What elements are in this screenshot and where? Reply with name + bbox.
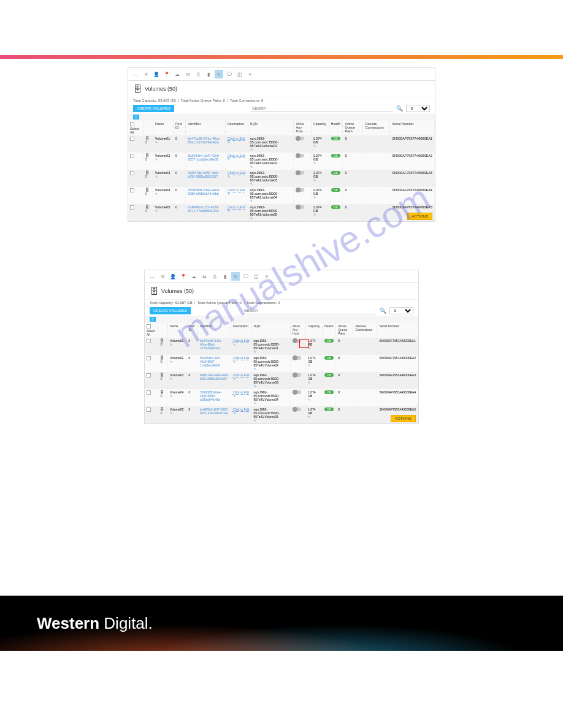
- col-description[interactable]: Description: [231, 323, 251, 338]
- edit-icon[interactable]: ✎: [155, 157, 158, 161]
- user-icon[interactable]: 👤: [152, 70, 161, 78]
- tools-icon[interactable]: ✕: [142, 70, 150, 78]
- table-row[interactable]: 🗄 ≡Volume01 ✎0bb47bc96-941c-40ce-88a1-22…: [145, 338, 418, 355]
- cell-description[interactable]: Click to Edit: [228, 154, 245, 157]
- cell-description[interactable]: Click to Edit: [228, 205, 245, 209]
- menu-icon[interactable]: ≡: [262, 272, 271, 281]
- row-checkbox[interactable]: [130, 205, 134, 210]
- cell-description[interactable]: Click to Edit: [228, 137, 245, 140]
- col-remote[interactable]: Remote Connections: [363, 121, 390, 135]
- table-row[interactable]: 🗄 ≡Volume03 ✎099f8178e-9480-4e9f-bf09-26…: [145, 372, 418, 389]
- col-queue[interactable]: Active Queue Pairs: [343, 121, 363, 135]
- col-pool[interactable]: Pool ID: [186, 323, 197, 338]
- edit-icon[interactable]: ✎: [170, 377, 172, 381]
- col-remote[interactable]: Remote Connections: [353, 323, 377, 338]
- edit-icon[interactable]: ✎: [233, 377, 236, 381]
- folder-icon[interactable]: ▮: [221, 272, 229, 281]
- table-row[interactable]: 🗄 ≡Volume03 ✎099f8178e-9480-4e9f-bf09-26…: [128, 170, 435, 187]
- edit-icon[interactable]: ✎: [254, 419, 256, 422]
- edit-icon[interactable]: ✎: [228, 140, 230, 144]
- allow-host-toggle[interactable]: [296, 137, 304, 140]
- col-identifier[interactable]: Identifier: [186, 121, 226, 135]
- network-icon[interactable]: ◫: [252, 272, 261, 281]
- edit-icon[interactable]: ✎: [250, 182, 253, 186]
- create-volumes-button[interactable]: CREATE VOLUMES: [150, 307, 191, 314]
- allow-host-toggle[interactable]: [296, 205, 304, 209]
- edit-icon[interactable]: ✎: [233, 343, 236, 346]
- cell-description[interactable]: Click to Edit: [228, 188, 245, 192]
- cell-identifier[interactable]: 5568083f-20ee-4e09-9080-b080e644d4bb: [188, 188, 220, 195]
- col-nqn[interactable]: NQN: [251, 323, 290, 338]
- cell-identifier[interactable]: 5568083f-20ee-4e09-9080-b080e644d4bb: [200, 390, 221, 401]
- print-icon[interactable]: ⎙: [194, 70, 202, 78]
- search-icon[interactable]: 🔍: [396, 105, 403, 112]
- edit-icon[interactable]: ✎: [250, 199, 253, 203]
- edit-icon[interactable]: ✎: [228, 192, 230, 195]
- create-volumes-button[interactable]: CREATE VOLUMES: [133, 105, 174, 112]
- allow-host-toggle[interactable]: [293, 373, 301, 377]
- table-row[interactable]: 🗄 ≡Volume05 ✎0bc4f69b3-1f37-4320-9071-47…: [145, 406, 418, 423]
- row-checkbox[interactable]: [130, 188, 134, 192]
- edit-icon[interactable]: ✎: [233, 394, 236, 398]
- table-row[interactable]: 🗄 ≡Volume02 ✎05b2054e4-1df7-42c9-8557-1c…: [128, 153, 435, 170]
- edit-icon[interactable]: ✎: [308, 363, 310, 367]
- edit-icon[interactable]: ✎: [155, 209, 158, 213]
- col-health[interactable]: Health: [329, 121, 343, 135]
- edit-icon[interactable]: ✎: [313, 161, 316, 165]
- volumes-tab-icon[interactable]: ≡: [215, 70, 223, 78]
- cell-identifier[interactable]: 99f8178e-9480-4e9f-bf09-2685a3691557: [200, 373, 229, 381]
- edit-icon[interactable]: ✎: [233, 360, 236, 363]
- edit-icon[interactable]: ✎: [155, 175, 158, 178]
- cell-identifier[interactable]: bb47bc96-941c-40ce-88a1-227ab59a042a: [200, 339, 222, 350]
- link-icon[interactable]: ⇆: [183, 70, 192, 78]
- edit-icon[interactable]: ✎: [313, 213, 316, 216]
- cell-description[interactable]: Click to Edit: [228, 171, 245, 175]
- menu-icon[interactable]: ≡: [246, 70, 255, 78]
- cell-identifier[interactable]: 99f8178e-9480-4e9f-bf09-2685a3691557: [188, 171, 219, 178]
- select-all-checkbox[interactable]: [147, 324, 151, 328]
- row-checkbox[interactable]: [147, 408, 151, 412]
- cell-identifier[interactable]: bb47bc96-941c-40ce-88a1-227ab59a042a: [188, 137, 221, 144]
- edit-icon[interactable]: ✎: [228, 209, 230, 213]
- link-icon[interactable]: ⇆: [200, 272, 209, 281]
- edit-icon[interactable]: ✎: [170, 360, 172, 363]
- col-serial[interactable]: Serial Number: [390, 121, 435, 135]
- allow-host-toggle[interactable]: [296, 188, 304, 192]
- actions-button[interactable]: ACTIONS: [407, 213, 432, 220]
- edit-icon[interactable]: ✎: [254, 401, 256, 405]
- allow-host-toggle[interactable]: [293, 356, 301, 360]
- edit-icon[interactable]: ✎: [155, 192, 158, 195]
- edit-icon[interactable]: ✎: [228, 175, 230, 178]
- col-name[interactable]: Name: [167, 323, 186, 338]
- table-row[interactable]: 🗄 ≡Volume02 ✎05b2054e4-1df7-42c9-8557-1c…: [145, 355, 418, 372]
- col-health[interactable]: Health: [322, 323, 335, 338]
- monitor-icon[interactable]: 🖵: [242, 272, 250, 281]
- server-icon[interactable]: ☁: [173, 70, 182, 78]
- table-row[interactable]: 🗄 ≡Volume01 ✎0bb47bc96-941c-40ce-88a1-22…: [128, 135, 435, 153]
- edit-icon[interactable]: ✎: [308, 381, 310, 384]
- table-row[interactable]: 🗄 ≡Volume04 ✎05568083f-20ee-4e09-9080-b0…: [145, 389, 418, 406]
- table-row[interactable]: 🗄 ≡Volume05 ✎0bc4f69b3-1f37-4320-9071-47…: [128, 204, 435, 221]
- row-checkbox[interactable]: [147, 339, 151, 343]
- monitor-icon[interactable]: 🖵: [225, 70, 234, 78]
- allow-host-toggle[interactable]: [296, 154, 304, 157]
- allow-host-toggle[interactable]: [293, 408, 301, 411]
- col-queue[interactable]: Active Queue Pairs: [336, 323, 353, 338]
- network-icon[interactable]: ◫: [236, 70, 244, 78]
- edit-icon[interactable]: ✎: [313, 144, 316, 148]
- col-serial[interactable]: Serial Number: [377, 323, 418, 338]
- col-description[interactable]: Description: [225, 121, 248, 135]
- col-nqn[interactable]: NQN: [248, 121, 294, 135]
- volumes-tab-icon[interactable]: ≡: [231, 272, 240, 281]
- edit-icon[interactable]: ✎: [254, 384, 256, 388]
- row-checkbox[interactable]: [130, 137, 134, 141]
- page-size-select[interactable]: 5: [389, 307, 413, 314]
- user-icon[interactable]: 👤: [169, 272, 177, 281]
- cell-identifier[interactable]: 5b2054e4-1df7-42c9-8557-1ca62ecd9a08: [188, 154, 220, 161]
- folder-icon[interactable]: ▮: [204, 70, 213, 78]
- row-checkbox[interactable]: [147, 373, 151, 377]
- pin-icon[interactable]: 📍: [179, 272, 188, 281]
- edit-icon[interactable]: ✎: [254, 350, 256, 354]
- row-checkbox[interactable]: [130, 171, 134, 175]
- search-icon[interactable]: 🔍: [380, 308, 386, 314]
